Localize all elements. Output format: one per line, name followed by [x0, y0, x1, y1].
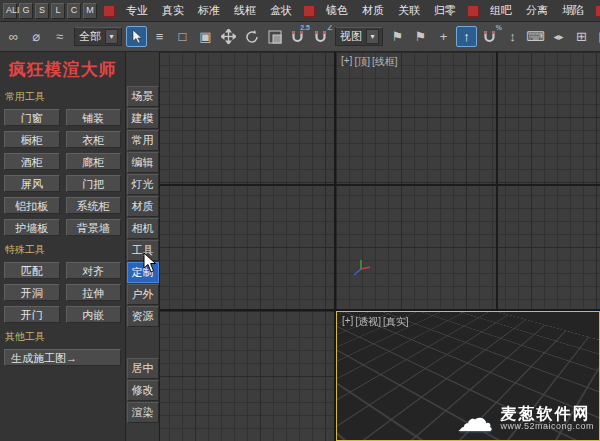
menu-item-zero[interactable]: 归零: [427, 3, 463, 18]
tool-button-open-door[interactable]: 开门: [4, 306, 60, 323]
tool-button-wall-panel[interactable]: 护墙板: [4, 219, 60, 236]
pivot-flag-alt-icon[interactable]: ⚑: [410, 26, 431, 47]
section-header-other-tools: 其他工具: [0, 326, 125, 347]
tool-button-door-handle[interactable]: 门把: [66, 175, 122, 192]
menu-item-detach[interactable]: 分离: [519, 3, 555, 18]
cursor-arrow-icon: [131, 30, 143, 44]
menu-item-standard[interactable]: 标准: [191, 3, 227, 18]
select-by-name-icon[interactable]: ≡: [149, 26, 170, 47]
viewport-top[interactable]: [+] [顶] [线框]: [336, 52, 600, 309]
mirror-icon[interactable]: ◂▸: [548, 26, 569, 47]
red-square-separator-icon[interactable]: [103, 5, 115, 17]
chevron-down-icon: ▾: [366, 29, 379, 44]
category-camera[interactable]: 相机: [127, 218, 159, 239]
quick-button-l[interactable]: L: [51, 3, 65, 19]
tool-button-match[interactable]: 匹配: [4, 262, 60, 279]
menu-item-mirror-color[interactable]: 镜色: [319, 3, 355, 18]
select-and-move-button[interactable]: [218, 26, 239, 47]
select-and-manipulate-icon[interactable]: +: [433, 26, 454, 47]
align-icon[interactable]: ⊞: [571, 26, 592, 47]
category-render[interactable]: 渲染: [127, 402, 159, 423]
window-crossing-toggle-icon[interactable]: ▣: [195, 26, 216, 47]
category-edit[interactable]: 编辑: [127, 152, 159, 173]
tool-button-paving[interactable]: 铺装: [66, 109, 122, 126]
tool-button-background-wall[interactable]: 背景墙: [66, 219, 122, 236]
top-menu-bar: ALL G S L C M 专业 真实 标准 线框 盒状 镜色 材质 关联 归零…: [0, 0, 600, 22]
section-header-common-tools: 常用工具: [0, 86, 125, 107]
tool-button-wardrobe[interactable]: 衣柜: [66, 131, 122, 148]
viewport-menu-shading[interactable]: [线框]: [372, 55, 398, 69]
category-center[interactable]: 居中: [127, 358, 159, 379]
watermark: ☁ 麦葱软件网 www.52maicong.com: [456, 400, 594, 437]
viewport-menu-shading[interactable]: [真实]: [383, 315, 409, 329]
viewport-menu-plus[interactable]: [+]: [342, 315, 353, 329]
menu-item-collapse[interactable]: 塌陷: [555, 3, 591, 18]
world-axis-y: [496, 52, 498, 309]
select-and-rotate-button[interactable]: [241, 26, 262, 47]
quick-button-c[interactable]: C: [67, 3, 81, 19]
tool-button-cut-hole[interactable]: 开洞: [4, 284, 60, 301]
layer-manager-icon[interactable]: ▤: [594, 26, 600, 47]
select-and-scale-button[interactable]: [264, 26, 285, 47]
tool-button-wine-cabinet[interactable]: 酒柜: [4, 153, 60, 170]
watermark-site-name: 麦葱软件网: [500, 405, 594, 423]
menu-item-material[interactable]: 材质: [355, 3, 391, 18]
menu-item-realistic[interactable]: 真实: [155, 3, 191, 18]
keyboard-override-icon[interactable]: ⌨: [525, 26, 546, 47]
mouse-cursor-icon: [142, 252, 158, 278]
tool-button-aluminum-panel[interactable]: 铝扣板: [4, 197, 60, 214]
quick-button-all[interactable]: ALL: [3, 3, 17, 19]
category-resource[interactable]: 资源: [127, 306, 159, 327]
red-square-separator-icon[interactable]: [303, 5, 315, 17]
viewport-menu-plus[interactable]: [+]: [341, 55, 352, 69]
red-square-separator-icon[interactable]: [595, 5, 600, 17]
viewport-menu-view[interactable]: [透视]: [355, 315, 381, 329]
use-pivot-center-button[interactable]: ↑: [456, 26, 477, 47]
unlink-selection-icon[interactable]: ⌀: [26, 26, 47, 47]
tool-button-corridor-cabinet[interactable]: 廊柜: [66, 153, 122, 170]
quick-button-g[interactable]: G: [19, 3, 33, 19]
category-modify[interactable]: 修改: [127, 380, 159, 401]
chevron-down-icon: ▾: [105, 29, 118, 44]
select-object-button[interactable]: [126, 26, 147, 47]
rectangular-selection-region-icon[interactable]: □: [172, 26, 193, 47]
viewport-label-top: [+] [顶] [线框]: [341, 55, 398, 69]
menu-item-group[interactable]: 组吧: [483, 3, 519, 18]
red-square-separator-icon[interactable]: [467, 5, 479, 17]
bind-to-spacewarp-icon[interactable]: ≈: [49, 26, 70, 47]
tool-button-stretch[interactable]: 拉伸: [66, 284, 122, 301]
tool-button-construction-drawing[interactable]: 生成施工图→: [4, 349, 121, 366]
tool-button-cupboard[interactable]: 橱柜: [4, 131, 60, 148]
angle-snap-button[interactable]: ∠: [310, 26, 331, 47]
tool-button-screen-partition[interactable]: 屏风: [4, 175, 60, 192]
percent-snap-button[interactable]: %: [479, 26, 500, 47]
category-modeling[interactable]: 建模: [127, 108, 159, 129]
snap-mode-label: 2.5: [300, 24, 310, 31]
axis-tripod-icon: [350, 258, 372, 280]
tool-button-doors-windows[interactable]: 门窗: [4, 109, 60, 126]
menu-item-instance[interactable]: 关联: [391, 3, 427, 18]
selection-filter-dropdown[interactable]: 全部 ▾: [74, 27, 122, 46]
viewport-menu-view[interactable]: [顶]: [354, 55, 370, 69]
category-scene[interactable]: 场景: [127, 86, 159, 107]
tool-button-system-cabinet[interactable]: 系统柜: [66, 197, 122, 214]
pivot-flag-icon[interactable]: ⚑: [387, 26, 408, 47]
quick-button-s[interactable]: S: [35, 3, 49, 19]
menu-item-professional[interactable]: 专业: [119, 3, 155, 18]
reference-coordinate-dropdown[interactable]: 视图 ▾: [335, 27, 383, 46]
quick-button-m[interactable]: M: [83, 3, 97, 19]
category-outdoor[interactable]: 户外: [127, 284, 159, 305]
tool-button-align[interactable]: 对齐: [66, 262, 122, 279]
magnet-icon: [314, 30, 327, 43]
menu-item-wireframe[interactable]: 线框: [227, 3, 263, 18]
category-material[interactable]: 材质: [127, 196, 159, 217]
select-and-link-icon[interactable]: ∞: [3, 26, 24, 47]
menu-item-box-mode[interactable]: 盒状: [263, 3, 299, 18]
snap-toggle-button[interactable]: 2.5: [287, 26, 308, 47]
tool-button-inset[interactable]: 内嵌: [66, 306, 122, 323]
spinner-snap-icon[interactable]: ↕: [502, 26, 523, 47]
category-light[interactable]: 灯光: [127, 174, 159, 195]
category-common[interactable]: 常用: [127, 130, 159, 151]
category-strip-gap: [126, 328, 159, 358]
magnet-icon: [483, 30, 496, 43]
